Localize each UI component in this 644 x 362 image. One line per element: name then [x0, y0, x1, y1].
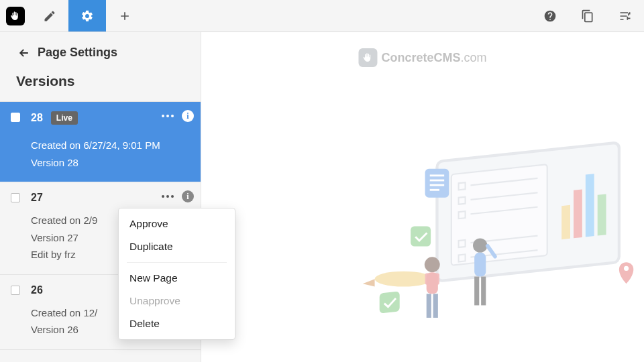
menu-unapprove: Unapprove	[119, 290, 235, 312]
toolbar-left-group	[0, 0, 144, 32]
version-card-28[interactable]: 28 Live i Created on 6/27/24, 9:01 PM Ve…	[0, 102, 201, 182]
version-checkbox[interactable]	[11, 286, 20, 295]
live-badge: Live	[51, 111, 78, 125]
top-toolbar	[0, 0, 644, 32]
menu-new-page[interactable]: New Page	[119, 267, 235, 290]
svg-rect-30	[433, 294, 438, 318]
gear-icon	[80, 9, 94, 23]
add-content-button[interactable]	[106, 0, 144, 32]
page-preview: ConcreteCMS.com	[201, 32, 644, 362]
svg-rect-33	[474, 277, 479, 306]
settings-sliders-button[interactable]	[606, 0, 644, 32]
back-label: Page Settings	[38, 46, 117, 60]
version-info-button[interactable]: i	[182, 190, 194, 202]
svg-rect-12	[561, 205, 570, 239]
version-header: 27	[31, 192, 170, 204]
version-checkbox[interactable]	[11, 193, 20, 202]
svg-point-27	[425, 257, 440, 272]
version-created: Created on 6/27/24, 9:01 PM	[31, 137, 170, 154]
version-meta: Created on 6/27/24, 9:01 PM Version 28	[31, 137, 170, 171]
svg-rect-19	[430, 184, 444, 186]
version-number: 26	[31, 284, 43, 296]
version-info-button[interactable]: i	[182, 110, 194, 122]
copy-icon	[581, 9, 594, 23]
version-context-menu: Approve Duplicate New Page Unapprove Del…	[118, 208, 235, 340]
svg-rect-13	[574, 190, 582, 239]
version-header: 28 Live	[31, 111, 170, 125]
version-name: Version 28	[31, 154, 170, 172]
svg-rect-17	[430, 174, 444, 176]
hand-logo-icon	[358, 48, 377, 67]
svg-rect-32	[474, 253, 486, 277]
versions-heading: Versions	[0, 68, 201, 101]
help-icon	[543, 9, 557, 23]
svg-rect-14	[586, 174, 594, 237]
svg-rect-28	[427, 272, 438, 294]
menu-approve[interactable]: Approve	[119, 213, 235, 235]
svg-rect-16	[425, 169, 449, 198]
svg-point-31	[473, 238, 487, 252]
version-checkbox[interactable]	[11, 113, 20, 122]
version-number: 27	[31, 192, 43, 204]
menu-separator	[127, 262, 227, 263]
help-button[interactable]	[531, 0, 569, 32]
site-brand: ConcreteCMS.com	[358, 48, 486, 67]
svg-point-24	[375, 272, 433, 287]
version-menu-button[interactable]	[159, 112, 176, 120]
app-logo-button[interactable]	[0, 0, 31, 32]
hand-logo-icon	[6, 7, 25, 25]
version-actions: i	[159, 110, 194, 122]
page-settings-button[interactable]	[68, 0, 106, 32]
svg-rect-20	[430, 189, 439, 191]
sliders-icon	[619, 9, 632, 23]
page-copy-button[interactable]	[569, 0, 606, 32]
version-menu-button[interactable]	[159, 192, 176, 200]
svg-rect-21	[411, 227, 431, 247]
pencil-icon	[43, 9, 56, 23]
menu-delete[interactable]: Delete	[119, 312, 235, 335]
svg-rect-15	[598, 194, 606, 235]
edit-mode-button[interactable]	[31, 0, 68, 32]
svg-marker-25	[363, 279, 375, 286]
arrow-left-icon	[16, 46, 32, 60]
svg-rect-22	[380, 291, 400, 313]
svg-rect-29	[427, 294, 431, 318]
version-actions: i	[159, 190, 194, 202]
toolbar-right-group	[531, 0, 644, 32]
hero-illustration	[322, 99, 644, 362]
plus-icon	[118, 9, 131, 23]
svg-rect-34	[481, 277, 486, 306]
menu-duplicate[interactable]: Duplicate	[119, 235, 235, 258]
svg-point-23	[624, 266, 629, 271]
svg-rect-18	[430, 180, 444, 182]
back-to-page-settings[interactable]: Page Settings	[0, 32, 201, 68]
brand-text: ConcreteCMS.com	[381, 51, 486, 65]
version-number: 28	[31, 112, 43, 124]
